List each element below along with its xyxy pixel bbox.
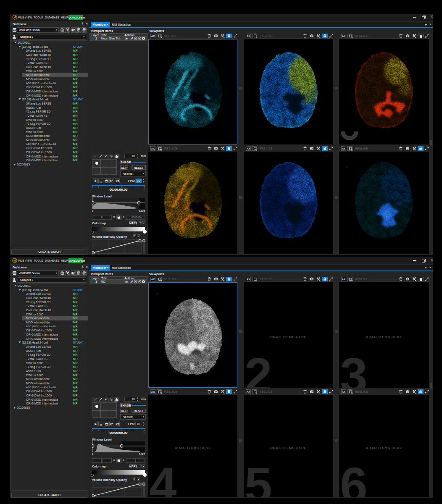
svg-text:M: M: [13, 259, 16, 262]
